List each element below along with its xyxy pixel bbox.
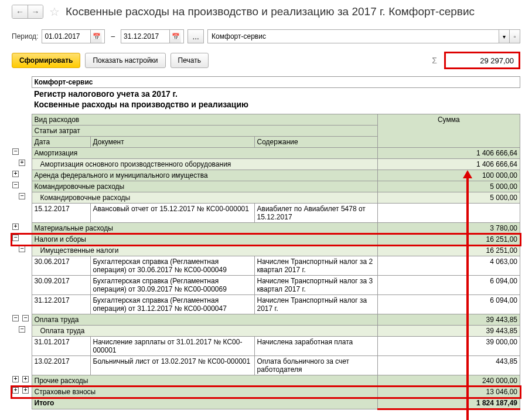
nav-forward-button[interactable]: → [28, 5, 43, 18]
expand-toggle[interactable]: + [22, 376, 29, 382]
table-row[interactable]: ++ Прочие расходы 240 000,00 [12, 375, 520, 387]
table-row[interactable]: − Командировочные расходы 5 000,00 [12, 181, 520, 192]
date-from-calendar-button[interactable]: 📅 [90, 30, 102, 43]
table-row[interactable]: − Командировочные расходы 5 000,00 [12, 192, 520, 204]
table-row[interactable]: − Имущественные налоги 16 251,00 [12, 245, 520, 256]
print-button[interactable]: Печать [170, 53, 209, 68]
cell-name: Командировочные расходы [32, 192, 377, 204]
cell-date: 30.09.2017 [32, 276, 90, 295]
cell-doc: Начисление зарплаты от 31.01.2017 № КС00… [90, 337, 254, 356]
expand-toggle[interactable]: − [12, 182, 19, 188]
table-row[interactable]: 15.12.2017 Авансовый отчет от 15.12.2017… [12, 204, 520, 223]
organization-open-button[interactable]: ▫ [509, 30, 520, 43]
cell-sum [377, 204, 520, 223]
col-doc: Документ [90, 137, 254, 148]
cell-name: Амортизация [32, 148, 377, 159]
cell-sum: 39 443,85 [377, 314, 520, 326]
period-more-button[interactable]: ... [187, 29, 204, 43]
cell-name: Страховые взносы [32, 387, 377, 398]
cell-sum: 39 000,00 [377, 337, 520, 356]
favorite-star-icon[interactable]: ☆ [49, 5, 60, 19]
cell-name: Командировочные расходы [32, 181, 377, 192]
cell-date: 31.12.2017 [32, 295, 90, 314]
cell-sum: 4 063,00 [377, 256, 520, 276]
table-row[interactable]: − Налоги и сборы 16 251,00 [12, 234, 520, 245]
expand-toggle[interactable]: − [19, 246, 25, 252]
page-title: Косвенные расходы на производство и реал… [66, 5, 475, 18]
cell-date: 31.01.2017 [32, 337, 90, 356]
calendar-icon: 📅 [172, 33, 180, 40]
expand-toggle[interactable]: − [12, 148, 19, 155]
table-row[interactable]: − Оплата труда 39 443,85 [12, 326, 520, 337]
expand-toggle[interactable]: + [12, 387, 19, 394]
calendar-icon: 📅 [93, 33, 101, 40]
table-row[interactable]: −− Оплата труда 39 443,85 [12, 314, 520, 326]
cell-cont: Начислена заработная плата [254, 337, 377, 356]
cell-name: Аренда федерального и муниципального иму… [32, 170, 377, 181]
cell-sum: 6 094,00 [377, 276, 520, 295]
cell-name: Налоги и сборы [32, 234, 377, 245]
col-date: Дата [32, 137, 90, 148]
report-table: Комфорт-сервис Регистр налогового учета … [12, 76, 520, 410]
organization-input[interactable] [208, 32, 499, 40]
expand-toggle[interactable]: − [12, 315, 19, 321]
table-row[interactable]: ++ Страховые взносы 13 046,00 [12, 387, 520, 398]
col-vid: Вид расходов [32, 114, 377, 126]
nav-back-button[interactable]: ← [12, 5, 28, 18]
expand-toggle[interactable]: − [12, 235, 19, 241]
date-from-input[interactable] [45, 32, 90, 40]
cell-cont: Авиабилет по Авиабилет 5478 от 15.12.201… [254, 204, 377, 223]
sigma-icon: Σ [432, 56, 437, 65]
show-settings-button[interactable]: Показать настройки [85, 53, 165, 68]
expand-toggle[interactable]: + [19, 160, 25, 166]
cell-name: Оплата труда [32, 326, 377, 337]
cell-sum: 16 251,00 [377, 234, 520, 245]
table-row[interactable]: + Аренда федерального и муниципального и… [12, 170, 520, 181]
callout-arrow [466, 177, 469, 420]
col-cont: Содержание [254, 137, 377, 148]
total-label: Итого [32, 398, 377, 409]
cell-name: Имущественные налоги [32, 245, 377, 256]
report-register-title: Регистр налогового учета за 2017 г. [32, 88, 520, 100]
table-row[interactable]: 13.02.2017 Больничный лист от 13.02.2017… [12, 356, 520, 375]
cell-sum: 443,85 [377, 356, 520, 375]
table-row[interactable]: + Материальные расходы 3 780,00 [12, 223, 520, 234]
col-sum: Сумма [377, 114, 520, 148]
table-row[interactable]: 30.09.2017 Бухгалтерская справка (Реглам… [12, 276, 520, 295]
cell-name: Прочие расходы [32, 375, 377, 387]
expand-toggle[interactable]: + [12, 223, 19, 230]
cell-date: 30.06.2017 [32, 256, 90, 276]
cell-name: Оплата труда [32, 314, 377, 326]
cell-sum: 39 443,85 [377, 326, 520, 337]
expand-toggle[interactable]: − [19, 193, 25, 199]
date-to-input[interactable] [124, 32, 169, 40]
cell-doc: Авансовый отчет от 15.12.2017 № КС00-000… [90, 204, 254, 223]
cell-doc: Бухгалтерская справка (Регламентная опер… [90, 276, 254, 295]
cell-sum: 240 000,00 [377, 375, 520, 387]
cell-sum: 5 000,00 [377, 181, 520, 192]
table-row[interactable]: 31.12.2017 Бухгалтерская справка (Реглам… [12, 295, 520, 314]
cell-sum: 1 406 666,64 [377, 148, 520, 159]
total-sum: 1 824 187,49 [377, 398, 520, 409]
cell-name: Материальные расходы [32, 223, 377, 234]
cell-sum: 13 046,00 [377, 387, 520, 398]
expand-toggle[interactable]: + [22, 387, 29, 394]
expand-toggle[interactable]: + [12, 376, 19, 382]
expand-toggle[interactable]: − [22, 315, 29, 321]
table-row[interactable]: + Амортизация основного производственног… [12, 159, 520, 170]
table-row[interactable]: 31.01.2017 Начисление зарплаты от 31.01.… [12, 337, 520, 356]
period-label: Период: [12, 32, 38, 40]
cell-date: 13.02.2017 [32, 356, 90, 375]
sum-display: 29 297,00 [444, 52, 520, 69]
expand-toggle[interactable]: − [19, 326, 25, 333]
date-to-calendar-button[interactable]: 📅 [169, 30, 181, 43]
expand-toggle[interactable]: + [12, 171, 19, 177]
table-row[interactable]: 30.06.2017 Бухгалтерская справка (Реглам… [12, 256, 520, 276]
run-button[interactable]: Сформировать [12, 53, 80, 68]
period-dash: – [111, 32, 115, 40]
cell-date: 15.12.2017 [32, 204, 90, 223]
cell-sum: 3 780,00 [377, 223, 520, 234]
organization-dropdown-button[interactable]: ▾ [499, 30, 509, 43]
table-row[interactable]: − Амортизация 1 406 666,64 [12, 148, 520, 159]
cell-cont: Оплата больничного за счет работодателя [254, 356, 377, 375]
